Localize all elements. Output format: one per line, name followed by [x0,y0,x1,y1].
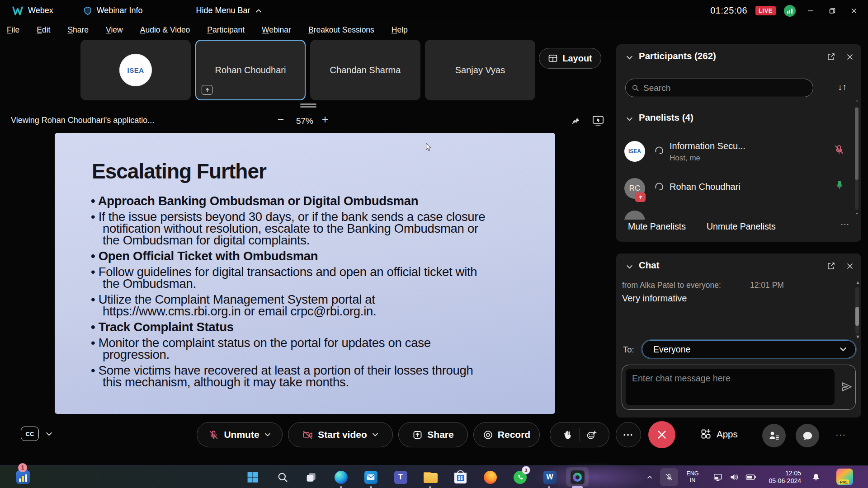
scroll-down-icon[interactable]: ⌄ [855,210,859,216]
outlook-icon[interactable] [363,469,378,485]
scroll-up-icon[interactable]: ⌃ [855,99,859,105]
collapse-panelists-icon[interactable] [623,113,635,125]
unmute-label: Unmute [224,429,259,440]
webex-logo-icon [12,6,24,16]
chat-toggle-button[interactable] [796,424,819,447]
more-options-button[interactable]: ··· [616,422,641,447]
scroll-down-icon[interactable]: ▼ [855,334,860,339]
chevron-down-icon[interactable] [45,430,53,438]
search-input[interactable] [643,83,813,93]
file-explorer-icon[interactable] [423,469,438,485]
menu-share[interactable]: Share [67,25,89,35]
zoom-out-button[interactable]: − [274,113,288,126]
word-icon[interactable]: W [542,469,557,485]
popout-icon[interactable] [825,260,837,272]
menu-participant[interactable]: Participant [207,25,245,35]
menu-edit[interactable]: Edit [37,25,50,35]
panelist-row-partial[interactable] [624,211,645,220]
menu-audio-video[interactable]: Audio & Video [140,25,190,35]
scroll-up-icon[interactable]: ▲ [855,280,860,285]
menu-help[interactable]: Help [392,25,408,35]
tile-name: Sanjay Vyas [455,65,505,75]
leave-meeting-button[interactable] [648,421,675,448]
tile-name: Rohan Choudhari [215,65,286,75]
menu-file[interactable]: File [7,25,19,35]
chat-message-input[interactable] [626,369,835,405]
chat-panel: Chat from Alka Patel to everyone: 12:01 … [616,253,861,418]
chevron-up-icon [255,7,262,14]
chat-scroll-thumb[interactable] [855,307,859,326]
close-chat-icon[interactable] [844,260,856,272]
participants-scroll-thumb[interactable] [855,108,859,180]
chevron-down-icon[interactable] [372,431,379,438]
menu-view[interactable]: View [106,25,123,35]
teams-icon[interactable]: T [393,469,408,485]
apps-button[interactable]: Apps [700,428,738,440]
send-icon[interactable] [841,381,853,392]
video-tile-sanjay[interactable]: Sanjay Vyas [425,40,535,100]
chat-message-meta: from Alka Patel to everyone: [622,281,721,290]
panel-drag-handle[interactable] [300,103,316,109]
mic-on-icon[interactable] [834,179,845,191]
viewing-label: Viewing Rohan Choudhari's applicatio... [11,116,154,125]
mute-panelists-button[interactable]: Mute Panelists [628,221,686,232]
minimize-button[interactable] [804,4,817,18]
video-tile-chandan[interactable]: Chandan Sharma [310,40,420,100]
participant-search[interactable] [625,79,813,97]
layout-button[interactable]: Layout [539,48,601,69]
hide-menu-bar-button[interactable]: Hide Menu Bar [196,6,262,15]
reactions-icon[interactable] [586,430,597,440]
start-video-button[interactable]: Start video [288,422,393,447]
video-tile-isea[interactable]: ISEA [80,40,191,100]
collapse-participants-icon[interactable] [623,52,635,63]
tray-chevron-up-icon[interactable] [644,469,656,485]
remote-control-icon[interactable] [591,114,605,127]
close-window-button[interactable] [847,4,861,18]
video-tile-rohan[interactable]: Rohan Choudhari [195,40,306,100]
panelists-more-button[interactable]: ··· [840,219,849,229]
taskbar-search-icon[interactable] [275,469,290,485]
tray-mic-muted-icon[interactable] [660,468,678,486]
share-screen-icon [412,430,423,440]
panelist-role: Host, me [670,154,700,163]
webinar-info-button[interactable]: Webinar Info [83,6,143,15]
close-participants-icon[interactable] [844,51,856,63]
firefox-icon[interactable] [482,469,498,485]
tray-notification-bell-icon[interactable] [810,469,822,485]
annotate-icon[interactable] [570,114,583,127]
collapse-chat-icon[interactable] [623,261,635,272]
meeting-elapsed-time: 01:25:06 [710,5,747,16]
participants-toggle-button[interactable] [762,424,786,447]
tray-speaker-icon[interactable] [728,469,741,485]
taskbar-clock[interactable]: 12:05 05-06-2024 [763,469,801,485]
menu-webinar[interactable]: Webinar [262,25,291,35]
tray-cast-icon[interactable] [712,469,724,485]
menu-breakout-sessions[interactable]: Breakout Sessions [308,25,374,35]
popout-icon[interactable] [825,51,837,63]
sort-icon[interactable]: ↓↑ [838,82,847,92]
start-button-icon[interactable] [245,469,260,485]
connection-quality-icon [784,5,796,17]
slide-bullet: Track Complaint Status [91,321,489,333]
edge-icon[interactable] [333,469,349,485]
unmute-button[interactable]: Unmute [197,422,283,447]
recipient-select[interactable]: Everyone [642,340,856,358]
controlbar-overflow-button[interactable]: ··· [835,429,846,440]
captions-button[interactable]: CC [21,427,53,441]
shield-icon [83,6,92,15]
clock-date: 05-06-2024 [763,477,801,485]
share-button[interactable]: Share [398,422,468,447]
task-view-icon[interactable] [303,469,319,485]
record-button[interactable]: Record [473,422,540,447]
restore-button[interactable] [826,4,839,18]
preview-app-icon[interactable]: PRE [836,469,853,485]
tray-battery-icon[interactable] [744,469,758,485]
webex-taskbar-icon[interactable] [570,469,585,485]
zoom-in-button[interactable]: + [318,113,332,126]
mic-muted-icon[interactable] [833,144,845,155]
chevron-down-icon[interactable] [264,431,271,438]
raise-hand-icon[interactable] [563,430,573,440]
unmute-panelists-button[interactable]: Unmute Panelists [707,221,776,232]
language-indicator[interactable]: ENG IN [683,470,703,484]
ms-store-icon[interactable] [453,469,468,485]
